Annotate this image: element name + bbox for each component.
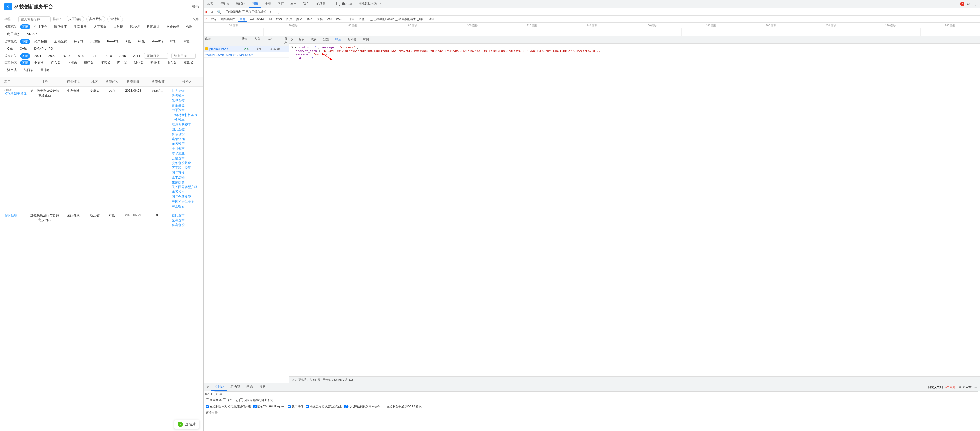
- detail-tab-headers[interactable]: 标头: [295, 36, 308, 43]
- suggest-tag-ai[interactable]: 人工智能: [65, 16, 84, 22]
- checkbox-early-eval[interactable]: 及早评估: [288, 404, 303, 409]
- check-group[interactable]: [206, 405, 209, 408]
- check-user[interactable]: [344, 405, 348, 408]
- region-shandong[interactable]: 山东省: [164, 60, 180, 66]
- cache-label[interactable]: 已停用缓存模式: [242, 10, 266, 14]
- check-commercial[interactable]: [206, 398, 209, 402]
- investor-link[interactable]: 中互智云: [172, 204, 202, 209]
- tag-input[interactable]: [19, 16, 51, 22]
- filter-commercial[interactable]: 商圈数据库: [219, 17, 237, 22]
- clear-btn[interactable]: ⊘: [208, 8, 215, 15]
- year-2020[interactable]: 2020: [46, 53, 59, 59]
- dt-tab-elements[interactable]: 元素: [204, 0, 216, 8]
- request-row-1[interactable]: productListVip 200 xhr 33.6 kB: [204, 46, 289, 52]
- filter-css[interactable]: CSS: [274, 17, 284, 21]
- investor-link[interactable]: 中建材新材料基金: [172, 113, 202, 117]
- round-pre-b[interactable]: Pre-B轮: [149, 38, 166, 44]
- investor-link[interactable]: 光谷金控: [172, 98, 202, 103]
- throttle-icon[interactable]: ↕: [267, 8, 274, 15]
- checkbox-commercial-network[interactable]: 商圈网络: [206, 398, 221, 402]
- tag-blockchain[interactable]: 区块链: [127, 24, 143, 30]
- investor-link[interactable]: 中金资本: [172, 117, 202, 122]
- collect-label[interactable]: 文集: [192, 17, 199, 21]
- tag-vrar[interactable]: VR/AR: [24, 32, 40, 37]
- check-auto[interactable]: [305, 405, 309, 408]
- enterprise-card-btn[interactable]: ✓ 企名片: [174, 420, 199, 429]
- filter-invert[interactable]: 反转: [208, 17, 218, 22]
- check-cors[interactable]: [383, 405, 386, 408]
- login-button[interactable]: 登录: [192, 4, 199, 9]
- region-hubei[interactable]: 湖北省: [131, 60, 146, 66]
- filter-doc[interactable]: 文档: [315, 17, 325, 22]
- console-tab-console[interactable]: 控制台: [211, 383, 227, 391]
- investor-link[interactable]: 海通并购资本: [172, 122, 202, 127]
- console-context-selector[interactable]: top ▼: [205, 392, 213, 395]
- region-zhejiang[interactable]: 浙江省: [81, 60, 97, 66]
- checkbox-preserve-log[interactable]: 保留日志: [223, 398, 239, 402]
- investor-link[interactable]: 天天资本: [172, 93, 202, 98]
- round-b[interactable]: B轮: [167, 38, 178, 44]
- third-party-check[interactable]: [417, 17, 420, 21]
- tag-enterprise-service[interactable]: 企业服务: [31, 24, 50, 30]
- dt-tab-memory[interactable]: 内存: [274, 0, 287, 8]
- investor-link[interactable]: 国元创新投资: [172, 195, 202, 199]
- round-angel[interactable]: 天使轮: [88, 38, 103, 44]
- filter-wasm[interactable]: Wasm: [334, 17, 346, 21]
- dt-tab-recorder[interactable]: 记录器 △: [313, 0, 333, 8]
- round-not-invested[interactable]: 尚未起投: [31, 38, 50, 44]
- round-c-plus[interactable]: C+轮: [17, 46, 30, 52]
- round-all-funding[interactable]: 全部融资: [51, 38, 70, 44]
- investor-link[interactable]: 中国光谷母基金: [172, 199, 202, 204]
- detail-tab-timing[interactable]: 时间: [360, 36, 372, 43]
- checkbox-user-op[interactable]: 代代评估视视为用户操作: [344, 404, 380, 409]
- region-all-badge[interactable]: 不限: [20, 60, 30, 65]
- investor-link[interactable]: 金丰茂物: [172, 175, 202, 180]
- investor-link[interactable]: 万正和生投资: [172, 166, 202, 170]
- blocked-req-label[interactable]: 被屏蔽的请求: [395, 17, 416, 21]
- investor-link[interactable]: 国元金控: [172, 127, 202, 132]
- region-fujian[interactable]: 福建省: [181, 60, 196, 66]
- suggest-tag-cloud[interactable]: 云计算: [107, 16, 123, 22]
- year-2014[interactable]: 2014: [130, 53, 143, 59]
- filter-js[interactable]: JS: [266, 17, 274, 21]
- region-hunan[interactable]: 湖南省: [4, 67, 20, 73]
- filter-all[interactable]: 全部: [237, 17, 247, 22]
- round-c[interactable]: C轮: [4, 46, 16, 52]
- investor-link[interactable]: 长光光纤: [172, 89, 202, 93]
- tag-lifestyle[interactable]: 生活服务: [71, 24, 90, 30]
- settings-icon[interactable]: ⚙: [965, 1, 971, 7]
- investor-link[interactable]: 见赛资本: [172, 218, 202, 223]
- check-preserve[interactable]: [223, 398, 226, 402]
- detail-tab-preview[interactable]: 预览: [320, 36, 332, 43]
- round-a-plus[interactable]: A+轮: [135, 38, 148, 44]
- checkbox-auto-full[interactable]: 根据历史记录启动自动全: [305, 404, 342, 409]
- blocked-req-check[interactable]: [395, 17, 398, 21]
- region-shaanxi[interactable]: 陕西省: [21, 67, 37, 73]
- dt-tab-performance[interactable]: 性能: [261, 0, 274, 8]
- check-xhr[interactable]: [253, 405, 256, 408]
- year-2016[interactable]: 2016: [102, 53, 115, 59]
- round-seed[interactable]: 种子轮: [71, 38, 86, 44]
- investor-link[interactable]: 中平资本: [172, 108, 202, 113]
- investor-link[interactable]: 安华创投基金: [172, 161, 202, 165]
- round-b-plus[interactable]: B+轮: [180, 38, 192, 44]
- region-shanghai[interactable]: 上海市: [64, 60, 80, 66]
- start-date-input[interactable]: [144, 53, 168, 59]
- investor-link[interactable]: 十月资本: [172, 146, 202, 151]
- investor-link[interactable]: 国元直投: [172, 171, 202, 175]
- region-anhui[interactable]: 安徽省: [147, 60, 163, 66]
- dt-tab-lighthouse[interactable]: Lighthouse: [333, 0, 355, 8]
- checkbox-cors-error[interactable]: 在控制台中显示CORS错误: [383, 404, 422, 409]
- end-date-input[interactable]: [172, 53, 196, 59]
- filter-media[interactable]: 媒体: [294, 17, 304, 22]
- tag-media[interactable]: 文娱传媒: [164, 24, 182, 30]
- preserve-log-check[interactable]: [226, 10, 229, 13]
- dt-tab-sources[interactable]: 源代码: [232, 0, 248, 8]
- round-all-badge[interactable]: 不限: [20, 39, 30, 44]
- tag-ecommerce[interactable]: 电子商务: [4, 31, 23, 37]
- investor-link[interactable]: 鲁信创投: [172, 132, 202, 136]
- investor-link[interactable]: 富渐基金: [172, 103, 202, 108]
- investor-link[interactable]: 建信信托: [172, 137, 202, 141]
- year-2021[interactable]: 2021: [31, 53, 45, 59]
- investor-link[interactable]: 华系投资: [172, 190, 202, 194]
